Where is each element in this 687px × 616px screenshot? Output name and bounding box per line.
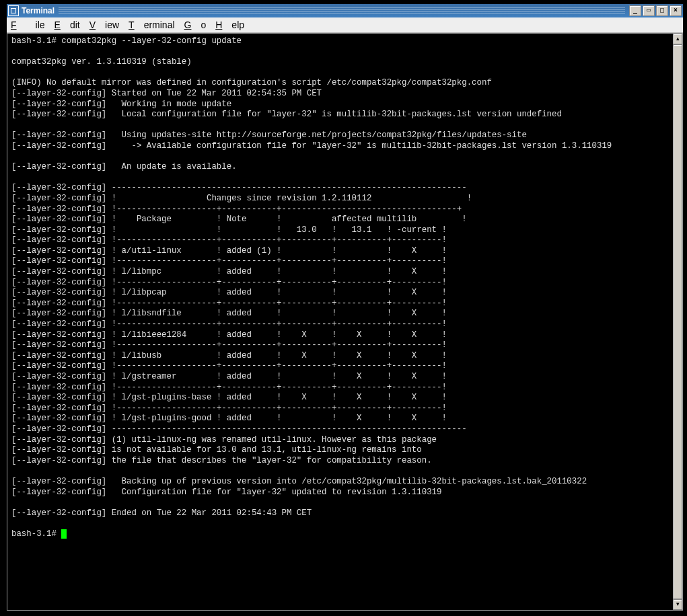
titlebar[interactable]: Terminal _ ▭ □ × xyxy=(7,4,683,17)
terminal-window: Terminal _ ▭ □ × File Edit View Terminal… xyxy=(5,3,684,612)
output-line: [--layer-32-config] !-------------------… xyxy=(11,340,447,350)
output-line: [--layer-32-config] ! l/libpcap ! added … xyxy=(11,288,447,297)
menu-view[interactable]: View xyxy=(89,20,119,30)
output-line: [--layer-32-config] -> Available configu… xyxy=(11,141,612,151)
terminal-output[interactable]: bash-3.1# compat32pkg --layer-32-config … xyxy=(9,35,672,609)
output-line: [--layer-32-config] ! l/libmpc ! added !… xyxy=(11,267,447,276)
output-line: [--layer-32-config] !-------------------… xyxy=(11,361,447,371)
window-buttons: _ ▭ □ × xyxy=(629,5,682,16)
menu-help[interactable]: Help xyxy=(215,20,244,30)
output-line: [--layer-32-config] Working in mode upda… xyxy=(11,100,231,109)
output-line: [--layer-32-config] Configuration file f… xyxy=(11,488,441,497)
terminal-area: bash-3.1# compat32pkg --layer-32-config … xyxy=(7,33,683,611)
output-line: [--layer-32-config] --------------------… xyxy=(11,424,467,434)
output-line: [--layer-32-config] Local configuration … xyxy=(11,110,562,119)
output-line: [--layer-32-config] !-------------------… xyxy=(11,319,447,329)
scrollbar[interactable]: ▴ ▾ xyxy=(673,34,682,610)
output-line: [--layer-32-config] ! l/gstreamer ! adde… xyxy=(11,372,447,381)
output-line: compat32pkg ver. 1.3.110319 (stable) xyxy=(11,57,192,67)
output-line: [--layer-32-config] --------------------… xyxy=(11,183,467,192)
menu-terminal[interactable]: Terminal xyxy=(129,20,174,30)
output-line: [--layer-32-config] An update is availab… xyxy=(11,162,237,171)
output-line: [--layer-32-config] !-------------------… xyxy=(11,278,447,287)
output-line: [--layer-32-config] Backing up of previo… xyxy=(11,477,587,486)
output-line: [--layer-32-config] !-------------------… xyxy=(11,256,447,266)
terminal-icon xyxy=(8,5,19,16)
minimize-button[interactable]: _ xyxy=(629,5,641,16)
restore-button[interactable]: ▭ xyxy=(643,5,655,16)
scroll-thumb[interactable] xyxy=(673,44,682,599)
output-line: [--layer-32-config] Using updates-site h… xyxy=(11,130,527,140)
menu-edit[interactable]: Edit xyxy=(55,20,80,30)
output-line: [--layer-32-config] !-------------------… xyxy=(11,403,447,413)
command: compat32pkg --layer-32-config update xyxy=(61,36,242,46)
cursor xyxy=(61,529,67,539)
menubar: File Edit View Terminal Go Help xyxy=(7,17,683,33)
window-title: Terminal xyxy=(22,6,55,15)
output-line: [--layer-32-config] ! l/gst-plugins-base… xyxy=(11,393,447,402)
output-line: [--layer-32-config] is not available for… xyxy=(11,445,422,455)
output-line: [--layer-32-config] ! Changes since revi… xyxy=(11,194,472,203)
prompt: bash-3.1# xyxy=(11,529,61,539)
output-line: [--layer-32-config] ! l/gst-plugins-good… xyxy=(11,414,447,423)
menu-file[interactable]: File xyxy=(11,20,45,30)
output-line: [--layer-32-config] ! l/libsndfile ! add… xyxy=(11,309,447,318)
output-line: [--layer-32-config] Ended on Tue 22 Mar … xyxy=(11,508,312,518)
titlebar-texture xyxy=(59,7,625,14)
prompt: bash-3.1# xyxy=(11,36,61,46)
scroll-down-icon[interactable]: ▾ xyxy=(673,599,682,610)
close-button[interactable]: × xyxy=(670,5,682,16)
output-line: [--layer-32-config] !-------------------… xyxy=(11,299,447,308)
output-line: [--layer-32-config] !-------------------… xyxy=(11,204,462,214)
scroll-track[interactable] xyxy=(673,44,682,599)
output-line: [--layer-32-config] Started on Tue 22 Ma… xyxy=(11,89,322,98)
menu-go[interactable]: Go xyxy=(184,20,207,30)
output-line: [--layer-32-config] !-------------------… xyxy=(11,235,447,245)
output-line: (INFO) No default mirror was defined in … xyxy=(11,78,492,87)
output-line: [--layer-32-config] ! ! ! 13.0 ! 13.1 ! … xyxy=(11,225,447,235)
output-line: [--layer-32-config] (1) util-linux-ng wa… xyxy=(11,435,437,445)
scroll-up-icon[interactable]: ▴ xyxy=(673,34,682,44)
output-line: [--layer-32-config] the file that descri… xyxy=(11,456,432,465)
output-line: [--layer-32-config] ! l/libieee1284 ! ad… xyxy=(11,330,447,340)
maximize-button[interactable]: □ xyxy=(656,5,668,16)
output-line: [--layer-32-config] ! a/util-linux ! add… xyxy=(11,246,447,256)
output-line: [--layer-32-config] !-------------------… xyxy=(11,383,447,392)
output-line: [--layer-32-config] ! l/libusb ! added !… xyxy=(11,351,447,360)
output-line: [--layer-32-config] ! Package ! Note ! a… xyxy=(11,215,467,224)
